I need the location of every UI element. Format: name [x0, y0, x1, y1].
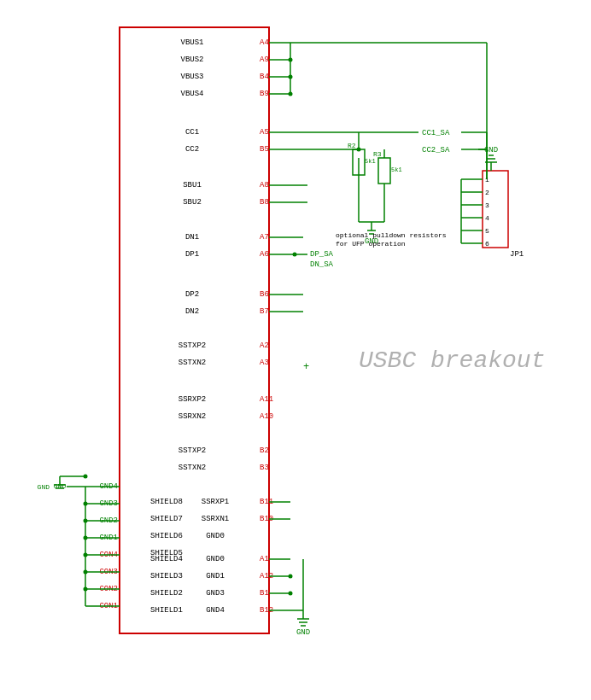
- ic-pin-shield8: SHIELD8: [150, 498, 183, 506]
- net-dp-sa: DP_SA: [310, 250, 334, 259]
- ic-pin-sbu2-num: B8: [260, 198, 269, 207]
- ic-pin-dp2: DP2: [185, 290, 199, 299]
- ic-pin-sstxp2-a: SSTXP2: [178, 341, 206, 350]
- ic-pin-cc2-num: B5: [260, 145, 269, 154]
- ic-pin-dp2-num: B6: [260, 290, 269, 299]
- net-cc2-sa: CC2_SA: [422, 146, 450, 155]
- net-dn-sa: DN_SA: [310, 260, 334, 269]
- ic-pin-dn1-num: A7: [260, 233, 269, 242]
- label-r3: R3: [373, 150, 382, 158]
- ic-pin-vbus2: VBUS2: [180, 55, 203, 64]
- ic-pin-dp1-num: A6: [260, 250, 269, 259]
- jp1-pin5: 5: [485, 227, 489, 235]
- gnd-text-bottom: GND: [296, 628, 310, 637]
- jp1-pin3: 3: [485, 201, 489, 209]
- ic-pin-gnd3-num: B1: [260, 589, 269, 598]
- ic-pin-ssrxp2-num: A11: [260, 395, 273, 404]
- ic-pin-shield1: SHIELD1: [150, 606, 183, 615]
- note-line1: optional pulldown resistors: [336, 231, 447, 239]
- ic-pin-cc1-num: A5: [260, 128, 269, 137]
- main-ic-box: [120, 27, 269, 633]
- ic-pin-dn2-num: B7: [260, 307, 269, 316]
- ic-pin-vbus1-num: A4: [260, 38, 269, 47]
- ic-pin-gnd1: GND1: [206, 572, 225, 580]
- ic-pin-shield3: SHIELD3: [150, 572, 183, 580]
- main-title: USBC breakout: [359, 347, 545, 374]
- ic-pin-sstxn2-b: SSTXN2: [178, 464, 206, 472]
- ic-pin-vbus3: VBUS3: [180, 73, 203, 81]
- ic-pin-cc2: CC2: [185, 145, 199, 154]
- ic-pin-sstxn2-b-num: B3: [260, 464, 269, 472]
- ic-pin-ssrxn1: SSRXN1: [202, 515, 229, 523]
- ic-pin-vbus1: VBUS1: [180, 38, 203, 47]
- junction-dp1: [293, 253, 297, 257]
- ic-pin-shield6: SHIELD6: [150, 532, 183, 540]
- ic-pin-gnd0-b: GND0: [206, 532, 225, 540]
- ic-pin-gnd0: GND0: [206, 555, 225, 563]
- ic-pin-sstxn2-a-num: A3: [260, 359, 269, 367]
- schematic-svg: GND4 ⏚ GND GND3 GND2 GND1 CON4 CON3 CON2…: [0, 0, 591, 700]
- ic-pin-dn1: DN1: [185, 233, 199, 242]
- ic-pin-sbu2: SBU2: [183, 198, 202, 207]
- junction-gnd1-bot: [289, 575, 293, 579]
- ic-pin-sbu1: SBU1: [183, 181, 202, 190]
- ic-pin-shield7: SHIELD7: [150, 515, 183, 523]
- ic-pin-sstxn2-a: SSTXN2: [178, 359, 206, 367]
- ic-pin-gnd4: GND4: [206, 606, 225, 615]
- resistor-r3: [378, 158, 390, 184]
- ic-pin-ssrxn2-num: A10: [260, 412, 273, 421]
- ic-pin-ssrxp2: SSRXP2: [178, 395, 206, 404]
- val-r2: 5k1: [365, 158, 376, 165]
- ic-pin-shield4: SHIELD4: [150, 555, 183, 563]
- ic-pin-ssrxn2: SSRXN2: [178, 412, 206, 421]
- net-cc1-sa: CC1_SA: [422, 129, 450, 137]
- note-line2: for UFP operation: [336, 240, 406, 248]
- ic-pin-vbus2-num: A9: [260, 55, 269, 64]
- plus-symbol: +: [303, 361, 309, 373]
- val-r3: 5k1: [391, 166, 402, 173]
- gnd-label-left4: GND: [38, 483, 50, 491]
- junction-gnd3-bot: [289, 592, 293, 596]
- ic-pin-sbu1-num: A8: [260, 181, 269, 190]
- ic-pin-cc1: CC1: [185, 128, 199, 137]
- ic-pin-sstxp2-a-num: A2: [260, 341, 269, 350]
- jp1-pin2: 2: [485, 189, 489, 196]
- ic-pin-vbus4: VBUS4: [180, 90, 203, 98]
- jp1-pin6: 6: [485, 240, 489, 248]
- ic-pin-ssrxp1: SSRXP1: [202, 498, 229, 506]
- ic-pin-sstxp2-b-num: B2: [260, 446, 269, 455]
- jp1-label: JP1: [510, 250, 524, 259]
- ic-pin-gnd3: GND3: [206, 589, 225, 598]
- ic-pin-shield2: SHIELD2: [150, 589, 183, 598]
- jp1-pin4: 4: [485, 214, 489, 222]
- ic-pin-gnd0-num: A1: [260, 555, 269, 563]
- label-r2: R2: [348, 142, 356, 149]
- ic-pin-sstxp2-b: SSTXP2: [178, 446, 206, 455]
- ic-pin-dp1: DP1: [185, 250, 199, 259]
- ic-pin-vbus4-num: B9: [260, 90, 269, 98]
- ic-pin-dn2: DN2: [185, 307, 199, 316]
- ic-pin-vbus3-num: B4: [260, 73, 269, 81]
